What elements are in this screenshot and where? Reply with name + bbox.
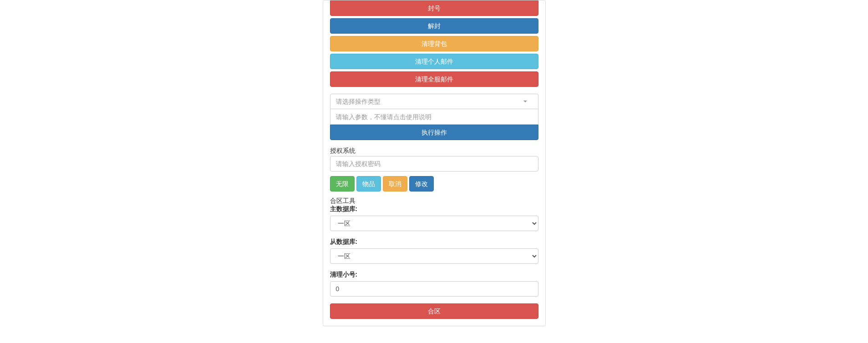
execute-operation-button[interactable]: 执行操作 [330,125,538,140]
chevron-down-icon [523,101,527,102]
merge-tool-title: 合区工具 [330,197,538,205]
clear-alt-label: 清理小号: [330,271,358,279]
clear-alt-input[interactable] [330,281,538,297]
slave-db-label: 从数据库: [330,238,358,246]
clear-personal-mail-button[interactable]: 清理个人邮件 [330,54,538,69]
clear-server-mail-button[interactable]: 清理全服邮件 [330,71,538,87]
slave-db-select[interactable]: 一区 [330,248,538,264]
merge-tool-section: 合区工具 主数据库: 一区 从数据库: 一区 清理小号: 合区 [330,197,538,319]
ban-button[interactable]: 封号 [330,0,538,16]
auth-system-label: 授权系统 [330,147,538,155]
modify-button[interactable]: 修改 [409,176,434,192]
auth-password-input[interactable] [330,156,538,172]
auth-button-row: 无限 物品 取消 修改 [330,176,538,192]
clear-bag-button[interactable]: 清理背包 [330,36,538,51]
operation-type-wrap: 请选择操作类型 执行操作 [330,94,538,140]
operation-param-input[interactable] [330,109,538,125]
admin-panel: 封号 解封 清理背包 清理个人邮件 清理全服邮件 请选择操作类型 执行操作 授权… [323,0,546,326]
unlimited-button[interactable]: 无限 [330,176,355,192]
main-db-group: 主数据库: 一区 [330,205,538,231]
operation-type-select[interactable]: 请选择操作类型 [330,94,538,109]
main-db-select[interactable]: 一区 [330,216,538,231]
item-button[interactable]: 物品 [356,176,381,192]
operation-type-placeholder: 请选择操作类型 [336,97,381,106]
cancel-button[interactable]: 取消 [383,176,407,192]
main-db-label: 主数据库: [330,205,358,213]
unban-button[interactable]: 解封 [330,18,538,34]
action-buttons-group: 封号 解封 清理背包 清理个人邮件 清理全服邮件 [330,0,538,87]
slave-db-group: 从数据库: 一区 [330,238,538,264]
clear-alt-group: 清理小号: [330,271,538,297]
merge-button[interactable]: 合区 [330,303,538,319]
